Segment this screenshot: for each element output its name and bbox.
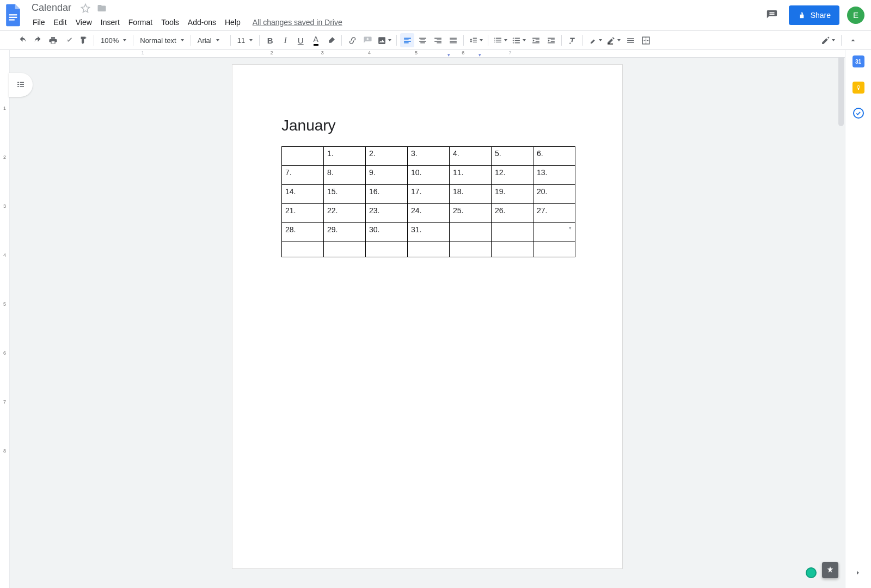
- zoom-value: 100%: [101, 36, 119, 45]
- menu-insert[interactable]: Insert: [96, 16, 124, 29]
- spellcheck-icon[interactable]: [61, 33, 75, 47]
- clear-format-icon[interactable]: [565, 33, 579, 47]
- font-size-value: 11: [237, 36, 245, 45]
- paint-format-icon[interactable]: [76, 33, 90, 47]
- paragraph-style-select[interactable]: Normal text: [137, 33, 187, 47]
- menu-edit[interactable]: Edit: [50, 16, 71, 29]
- increase-indent-icon[interactable]: [544, 33, 558, 47]
- svg-rect-1: [9, 16, 17, 17]
- separator: [396, 35, 397, 46]
- table-borders-icon[interactable]: [639, 33, 653, 47]
- caret-icon: [480, 39, 483, 41]
- caret-icon: [249, 39, 253, 41]
- undo-icon[interactable]: [15, 33, 29, 47]
- comments-icon[interactable]: [763, 6, 781, 24]
- italic-icon[interactable]: I: [278, 33, 292, 47]
- account-avatar[interactable]: E: [847, 7, 864, 24]
- title-right: Share E: [763, 5, 864, 25]
- menu-tools[interactable]: Tools: [157, 16, 183, 29]
- font-size-select[interactable]: 11: [234, 33, 256, 47]
- separator: [259, 35, 260, 46]
- caret-icon: [832, 39, 835, 41]
- svg-point-4: [513, 38, 514, 39]
- title-bar: Calendar File Edit View Insert Format To…: [0, 0, 871, 30]
- save-status[interactable]: All changes saved in Drive: [253, 18, 342, 27]
- title-zone: Calendar File Edit View Insert Format To…: [28, 0, 763, 30]
- align-center-icon[interactable]: [415, 33, 430, 47]
- underline-icon[interactable]: U: [293, 33, 308, 47]
- caret-icon: [216, 39, 219, 41]
- svg-rect-2: [9, 19, 15, 20]
- border-width-icon[interactable]: [605, 33, 622, 47]
- separator: [133, 35, 133, 46]
- insert-comment-icon[interactable]: [360, 33, 375, 47]
- separator: [582, 35, 583, 46]
- insert-link-icon[interactable]: [345, 33, 359, 47]
- menu-file[interactable]: File: [28, 16, 50, 29]
- toolbar: 100% Normal text Arial 11 B I U A: [0, 30, 871, 50]
- separator: [230, 35, 231, 46]
- separator: [841, 35, 842, 46]
- menu-help[interactable]: Help: [220, 16, 245, 29]
- document-title[interactable]: Calendar: [28, 1, 75, 15]
- align-left-icon[interactable]: [400, 33, 414, 47]
- redo-icon[interactable]: [30, 33, 45, 47]
- docs-home-icon[interactable]: [2, 1, 24, 30]
- bulleted-list-icon[interactable]: [510, 33, 527, 47]
- svg-point-6: [513, 42, 514, 43]
- font-select[interactable]: Arial: [194, 33, 227, 47]
- separator: [561, 35, 562, 46]
- line-spacing-icon[interactable]: [467, 33, 484, 47]
- editing-mode-icon[interactable]: [819, 33, 837, 47]
- caret-icon: [388, 39, 391, 41]
- caret-icon: [123, 39, 126, 41]
- share-button[interactable]: Share: [789, 5, 839, 25]
- svg-rect-3: [328, 43, 335, 44]
- border-color-icon[interactable]: [586, 33, 604, 47]
- caret-icon: [599, 39, 602, 41]
- separator: [341, 35, 342, 46]
- caret-icon: [617, 39, 621, 41]
- bold-icon[interactable]: B: [263, 33, 277, 47]
- separator: [488, 35, 488, 46]
- menu-addons[interactable]: Add-ons: [183, 16, 220, 29]
- svg-point-5: [513, 40, 514, 41]
- highlight-icon[interactable]: [324, 33, 338, 47]
- svg-rect-7: [590, 44, 596, 44]
- zoom-select[interactable]: 100%: [97, 33, 130, 47]
- collapse-toolbar-icon[interactable]: [846, 33, 860, 47]
- separator: [94, 35, 94, 46]
- text-color-icon[interactable]: A: [309, 33, 323, 47]
- style-value: Normal text: [140, 36, 176, 45]
- menu-view[interactable]: View: [71, 16, 96, 29]
- align-justify-icon[interactable]: [446, 33, 460, 47]
- print-icon[interactable]: [46, 33, 60, 47]
- move-folder-icon[interactable]: [96, 3, 107, 14]
- svg-rect-8: [608, 44, 613, 44]
- menu-bar: File Edit View Insert Format Tools Add-o…: [28, 15, 763, 29]
- menu-format[interactable]: Format: [124, 16, 157, 29]
- caret-icon: [523, 39, 526, 41]
- share-label: Share: [811, 11, 831, 20]
- font-value: Arial: [198, 36, 212, 45]
- decrease-indent-icon[interactable]: [529, 33, 543, 47]
- numbered-list-icon[interactable]: [492, 33, 509, 47]
- caret-icon: [504, 39, 507, 41]
- star-icon[interactable]: [80, 3, 91, 14]
- svg-rect-0: [9, 14, 17, 15]
- border-style-icon[interactable]: [623, 33, 637, 47]
- separator: [191, 35, 191, 46]
- align-right-icon[interactable]: [431, 33, 445, 47]
- insert-image-icon[interactable]: [376, 33, 393, 47]
- separator: [463, 35, 464, 46]
- caret-icon: [181, 39, 184, 41]
